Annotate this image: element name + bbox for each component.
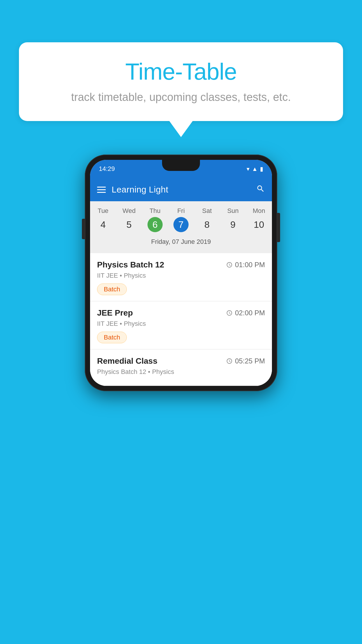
status-icons: ▾ ▲ ▮: [247, 165, 263, 172]
days-row: Tue4Wed5Thu6Fri7Sat8Sun9Mon10: [90, 207, 272, 232]
menu-button[interactable]: [97, 187, 106, 193]
speech-bubble-title: Time-Table: [39, 58, 323, 85]
day-cell-mon[interactable]: Mon10: [247, 207, 271, 232]
day-cell-sun[interactable]: Sun9: [221, 207, 245, 232]
schedule-item-title: Physics Batch 12: [97, 260, 164, 270]
wifi-icon: ▾: [247, 165, 249, 172]
status-time: 14:29: [99, 165, 115, 173]
schedule-list: Physics Batch 12 01:00 PM IIT JEE • Phys…: [90, 253, 272, 386]
batch-badge: Batch: [97, 284, 127, 295]
schedule-item-subtitle: IIT JEE • Physics: [97, 272, 265, 279]
calendar-strip: Tue4Wed5Thu6Fri7Sat8Sun9Mon10 Friday, 07…: [90, 201, 272, 253]
day-name: Tue: [98, 207, 108, 215]
clock-icon: [226, 358, 233, 364]
schedule-item-header: Physics Batch 12 01:00 PM: [97, 260, 265, 270]
speech-bubble: Time-Table track timetable, upcoming cla…: [19, 42, 343, 121]
day-number: 4: [96, 217, 111, 232]
day-name: Sat: [202, 207, 212, 215]
schedule-item-time: 02:00 PM: [226, 309, 265, 317]
search-button[interactable]: [256, 184, 265, 195]
phone-outer: 14:29 ▾ ▲ ▮ Learning Light: [85, 155, 277, 391]
day-number: 9: [225, 217, 240, 232]
schedule-item-time: 05:25 PM: [226, 357, 265, 365]
signal-icon: ▲: [252, 166, 258, 172]
speech-bubble-subtitle: track timetable, upcoming classes, tests…: [39, 91, 323, 104]
day-number: 7: [173, 217, 189, 232]
schedule-item-header: Remedial Class 05:25 PM: [97, 356, 265, 366]
clock-icon: [226, 310, 233, 316]
schedule-item-time: 01:00 PM: [226, 261, 265, 269]
day-number: 10: [251, 217, 266, 232]
schedule-item[interactable]: Remedial Class 05:25 PM Physics Batch 12…: [90, 349, 272, 386]
day-number: 5: [122, 217, 137, 232]
status-bar: 14:29 ▾ ▲ ▮: [90, 160, 272, 178]
day-name: Sun: [227, 207, 239, 215]
day-cell-thu[interactable]: Thu6: [143, 207, 167, 232]
clock-icon: [226, 262, 233, 268]
selected-date-label: Friday, 07 June 2019: [90, 236, 272, 250]
phone-screen: 14:29 ▾ ▲ ▮ Learning Light: [90, 160, 272, 386]
app-bar-left: Learning Light: [97, 185, 168, 195]
schedule-item-title: JEE Prep: [97, 308, 133, 318]
batch-badge: Batch: [97, 332, 127, 343]
schedule-item[interactable]: JEE Prep 02:00 PM IIT JEE • Physics Batc…: [90, 301, 272, 349]
day-name: Thu: [150, 207, 161, 215]
day-name: Wed: [122, 207, 136, 215]
speech-bubble-container: Time-Table track timetable, upcoming cla…: [19, 42, 343, 137]
schedule-item-subtitle: IIT JEE • Physics: [97, 320, 265, 328]
day-name: Mon: [253, 207, 265, 215]
day-cell-sat[interactable]: Sat8: [195, 207, 219, 232]
speech-bubble-arrow: [169, 121, 193, 137]
app-bar: Learning Light: [90, 178, 272, 201]
day-cell-fri[interactable]: Fri7: [169, 207, 193, 232]
day-number: 8: [199, 217, 215, 232]
phone-mockup: 14:29 ▾ ▲ ▮ Learning Light: [85, 155, 277, 391]
app-title: Learning Light: [112, 185, 168, 195]
schedule-item-subtitle: Physics Batch 12 • Physics: [97, 368, 265, 376]
day-cell-wed[interactable]: Wed5: [117, 207, 141, 232]
day-name: Fri: [177, 207, 185, 215]
schedule-item-header: JEE Prep 02:00 PM: [97, 308, 265, 318]
schedule-item-title: Remedial Class: [97, 356, 157, 366]
day-cell-tue[interactable]: Tue4: [91, 207, 115, 232]
schedule-item[interactable]: Physics Batch 12 01:00 PM IIT JEE • Phys…: [90, 253, 272, 301]
battery-icon: ▮: [260, 165, 263, 172]
day-number: 6: [147, 217, 163, 232]
